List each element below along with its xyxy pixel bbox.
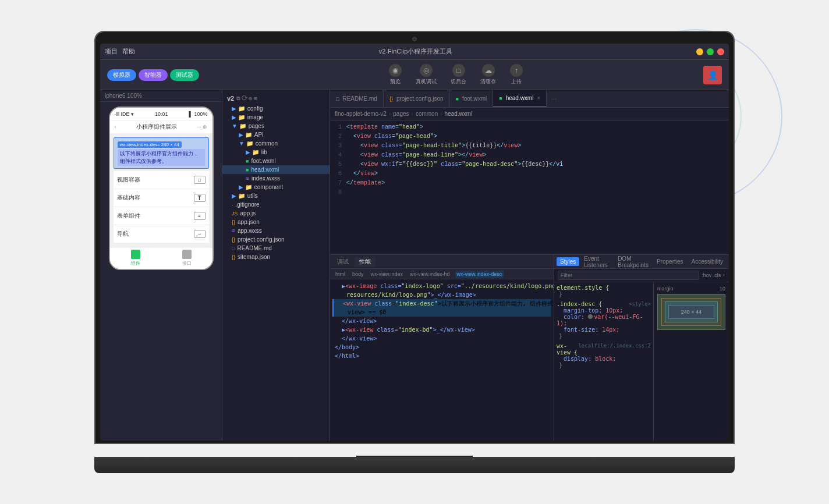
tree-actions: ⧉ ⟳ ⊕ ⊞ bbox=[236, 95, 257, 102]
upload-icon: ↑ bbox=[510, 64, 523, 77]
clear-cache-label: 清缓存 bbox=[480, 78, 496, 86]
code-line-8: 8 bbox=[330, 188, 729, 197]
dt-tab-inspect[interactable]: 性能 bbox=[355, 257, 375, 267]
path-html[interactable]: html bbox=[334, 271, 347, 278]
toolbar-device-debug[interactable]: ◎ 真机调试 bbox=[411, 62, 441, 88]
styles-filter-input[interactable] bbox=[558, 271, 699, 280]
line-content-5: <view wx:if="{{desc}}" class="page-head-… bbox=[346, 160, 563, 169]
tree-sitemap[interactable]: {} sitemap.json bbox=[222, 253, 330, 261]
tree-utils[interactable]: ▶ 📁 utils bbox=[222, 191, 330, 200]
menu-help[interactable]: 帮助 bbox=[122, 47, 135, 56]
devtools-styles: Styles Event Listeners DOM Breakpoints P… bbox=[554, 255, 729, 441]
mode-simulator[interactable]: 模拟器 bbox=[107, 69, 136, 81]
path-wx-view-hd[interactable]: wx-view.index-hd bbox=[408, 271, 452, 278]
path-wx-view-desc[interactable]: wx-view.index-desc bbox=[455, 271, 504, 278]
menu-project[interactable]: 项目 bbox=[105, 47, 118, 56]
folder-icon-api: ▶ 📁 bbox=[239, 132, 252, 138]
tree-app-js[interactable]: JS app.js bbox=[222, 209, 330, 218]
styles-tab-styles[interactable]: Styles bbox=[557, 257, 579, 266]
style-prop-margin: margin-top: 10px; bbox=[557, 307, 651, 314]
html-line-8: </body> bbox=[332, 343, 551, 352]
tree-app-json[interactable]: {} app.json bbox=[222, 218, 330, 226]
val-font-size: 14px; bbox=[598, 326, 619, 333]
toolbar-preview[interactable]: ◉ 预览 bbox=[384, 62, 406, 88]
list-item-3[interactable]: 表单组件 ≡ bbox=[114, 207, 209, 225]
styles-tab-breakpoints[interactable]: DOM Breakpoints bbox=[614, 254, 652, 269]
tab-close-head[interactable]: × bbox=[537, 95, 540, 101]
tree-index-wxss[interactable]: ⧇ index.wxss bbox=[222, 174, 330, 183]
tab-project-config[interactable]: {} project.config.json bbox=[384, 90, 450, 108]
tree-lib[interactable]: ▶ 📁 lib bbox=[222, 148, 330, 157]
laptop-base bbox=[94, 457, 735, 473]
tree-gitignore[interactable]: · .gitignore bbox=[222, 200, 330, 209]
window-close[interactable] bbox=[717, 48, 724, 55]
code-line-4: 4 <view class="page-head-line"></view> bbox=[330, 151, 729, 160]
wxss-icon-index: ⧇ bbox=[246, 175, 249, 182]
tree-config[interactable]: ▶ 📁 config bbox=[222, 104, 330, 113]
user-avatar[interactable]: 👤 bbox=[703, 66, 722, 84]
tree-readme-label: README.md bbox=[237, 245, 271, 251]
toolbar-background[interactable]: □ 切后台 bbox=[446, 62, 471, 88]
window-minimize[interactable] bbox=[696, 48, 703, 55]
line-num-4: 4 bbox=[330, 151, 346, 160]
list-item-1[interactable]: 视图容器 □ bbox=[114, 171, 209, 189]
tab-foot-wxml[interactable]: ■ foot.wxml bbox=[450, 90, 494, 108]
tree-app-wxss[interactable]: ⧇ app.wxss bbox=[222, 226, 330, 235]
element-text: 以下将展示小程序官方组件能力，组件样式仅供参考。 bbox=[118, 149, 205, 166]
tab-readme[interactable]: □ README.md bbox=[330, 90, 384, 108]
mode-smart[interactable]: 智能器 bbox=[139, 69, 168, 81]
tab-more[interactable]: ··· bbox=[547, 95, 561, 102]
title-bar: 项目 帮助 v2-FinClip小程序开发工具 bbox=[100, 44, 729, 60]
devtools-element-path: html body wx-view.index wx-view.index-hd… bbox=[330, 269, 554, 279]
pseudo-class-toggle[interactable]: :hov .cls + bbox=[702, 272, 725, 278]
style-selector-element: element.style { bbox=[557, 285, 651, 291]
style-closing-brace-3: } bbox=[557, 362, 651, 368]
style-prop-color: color: var(--weui-FG-1); bbox=[557, 314, 651, 326]
tree-foot-wxml[interactable]: ■ foot.wxml bbox=[222, 157, 330, 165]
line-content-6: </view> bbox=[346, 169, 378, 179]
style-source-localfile[interactable]: localfile:/.index.css:2 bbox=[578, 343, 651, 356]
breadcrumb: fino-applet-demo-v2 › pages › common › h… bbox=[330, 108, 729, 120]
toolbar-clear-cache[interactable]: ☁ 清缓存 bbox=[476, 62, 501, 88]
window-maximize[interactable] bbox=[707, 48, 714, 55]
tree-head-wxml[interactable]: ■ head.wxml bbox=[222, 165, 330, 174]
val-display: block; bbox=[591, 356, 616, 362]
tree-api[interactable]: ▶ 📁 API bbox=[222, 130, 330, 139]
prop-margin-top: margin-top: bbox=[557, 307, 602, 314]
margin-value: 10 bbox=[720, 286, 725, 292]
styles-tab-properties[interactable]: Properties bbox=[653, 257, 687, 266]
style-rule-wx-view: wx-view { localfile:/.index.css:2 displa… bbox=[557, 343, 651, 368]
tree-utils-label: utils bbox=[247, 193, 258, 199]
tree-pages[interactable]: ▼ 📁 pages bbox=[222, 122, 330, 130]
list-item-4[interactable]: 导航 ··· bbox=[114, 225, 209, 243]
line-content-2: <view class="page-head"> bbox=[346, 132, 437, 141]
mode-test[interactable]: 测试器 bbox=[170, 69, 199, 81]
clear-cache-icon: ☁ bbox=[482, 64, 495, 77]
phone-tab-interface[interactable]: 接口 bbox=[161, 250, 212, 267]
laptop-body: 项目 帮助 v2-FinClip小程序开发工具 模拟器 智能器 bbox=[94, 31, 735, 444]
tree-component[interactable]: ▶ 📁 component bbox=[222, 183, 330, 191]
tree-readme[interactable]: □ README.md bbox=[222, 244, 330, 253]
padding-label: - bbox=[668, 303, 669, 308]
border-bottom-label: - bbox=[664, 319, 666, 324]
tree-common[interactable]: ▼ 📁 common bbox=[222, 139, 330, 148]
path-body[interactable]: body bbox=[350, 271, 366, 278]
toolbar-upload[interactable]: ↑ 上传 bbox=[505, 62, 527, 88]
list-item-2[interactable]: 基础内容 T bbox=[114, 189, 209, 207]
path-wx-view-index[interactable]: wx-view.index bbox=[369, 271, 405, 278]
phone-title-bar: ‹ 小程序组件展示 ··· ⊕ bbox=[110, 120, 212, 134]
tree-image[interactable]: ▶ 📁 image bbox=[222, 113, 330, 122]
tree-component-label: component bbox=[254, 184, 283, 190]
phone-tab-components[interactable]: 组件 bbox=[110, 250, 161, 267]
styles-tab-listeners[interactable]: Event Listeners bbox=[580, 254, 613, 269]
tree-sitemap-label: sitemap.json bbox=[238, 254, 270, 260]
breadcrumb-sep-3: › bbox=[440, 111, 442, 117]
simulator-panel: iphone6 100% ·lll IDE ▾ 10:01 ▌ 100% ‹ 小… bbox=[100, 90, 222, 441]
style-prop-fontsize: font-size: 14px; bbox=[557, 326, 651, 333]
tree-foot-wxml-label: foot.wxml bbox=[251, 158, 275, 164]
tab-head-wxml[interactable]: ■ head.wxml × bbox=[493, 90, 547, 108]
code-editor[interactable]: 1 <template name="head"> 2 <view class="… bbox=[330, 120, 729, 254]
styles-tab-accessibility[interactable]: Accessibility bbox=[688, 257, 727, 266]
tree-project-config[interactable]: {} project.config.json bbox=[222, 235, 330, 244]
dt-tab-elements[interactable]: 调试 bbox=[332, 257, 353, 267]
